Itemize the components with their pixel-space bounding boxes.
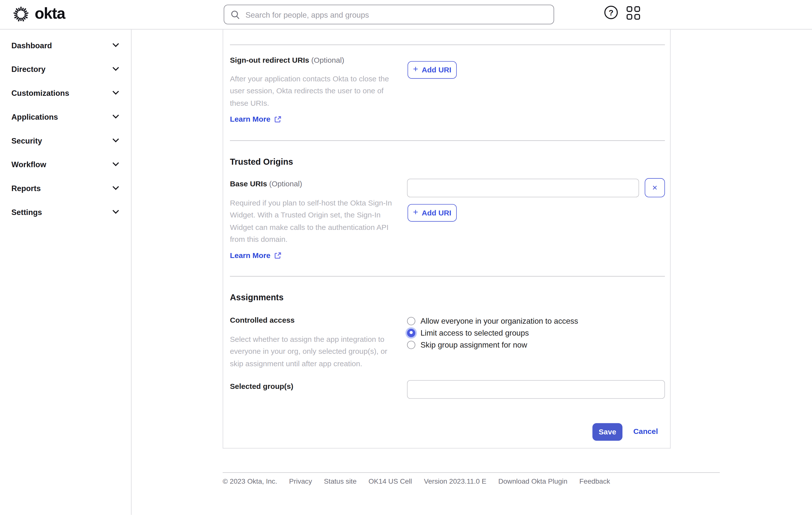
sidebar-item-label: Applications <box>11 112 58 121</box>
sidebar-item-dashboard[interactable]: Dashboard <box>0 33 131 57</box>
sidebar-item-directory[interactable]: Directory <box>0 57 131 81</box>
search-icon <box>230 10 240 20</box>
plus-icon: + <box>413 64 418 75</box>
radio-option-label: Allow everyone in your organization to a… <box>420 316 578 325</box>
sidebar-item-workflow[interactable]: Workflow <box>0 152 131 176</box>
footer-link-privacy[interactable]: Privacy <box>289 478 312 485</box>
signout-learn-more-link[interactable]: Learn More <box>230 115 282 123</box>
add-uri-text: Add URI <box>422 66 451 74</box>
optional-tag: (Optional) <box>311 56 344 64</box>
signout-add-uri-button[interactable]: + Add URI <box>407 61 457 79</box>
sidebar: Dashboard Directory Customizations Appli… <box>0 30 132 515</box>
okta-admin-page: okta ? Dashboard Directory Customization… <box>0 0 812 515</box>
footer-link-download-plugin[interactable]: Download Okta Plugin <box>498 478 568 485</box>
signout-redirect-uris-label: Sign-out redirect URIs (Optional) <box>230 56 344 64</box>
chevron-down-icon <box>112 210 119 214</box>
trusted-origins-add-uri-button[interactable]: + Add URI <box>407 204 457 222</box>
grid-cell <box>634 6 640 12</box>
sidebar-item-customizations[interactable]: Customizations <box>0 81 131 105</box>
selected-groups-label: Selected group(s) <box>230 382 293 390</box>
help-icon[interactable]: ? <box>604 6 618 19</box>
sidebar-item-label: Workflow <box>11 160 46 168</box>
trusted-origins-heading: Trusted Origins <box>230 157 293 167</box>
chevron-down-icon <box>112 186 119 190</box>
radio-option-allow-everyone[interactable]: Allow everyone in your organization to a… <box>407 315 578 327</box>
sidebar-item-label: Settings <box>11 207 42 216</box>
sidebar-item-settings[interactable]: Settings <box>0 200 131 224</box>
field-label-text: Sign-out redirect URIs <box>230 56 309 64</box>
grid-cell <box>627 6 632 12</box>
apps-grid-icon[interactable] <box>627 6 640 20</box>
grid-cell <box>627 14 632 20</box>
close-icon: × <box>652 183 658 192</box>
sidebar-item-security[interactable]: Security <box>0 128 131 152</box>
save-button[interactable]: Save <box>592 423 622 441</box>
chevron-down-icon <box>112 114 119 119</box>
radio-option-label: Limit access to selected groups <box>420 328 529 337</box>
chevron-down-icon <box>112 91 119 95</box>
global-search[interactable] <box>224 5 554 24</box>
radio-option-label: Skip group assignment for now <box>420 340 527 349</box>
chevron-down-icon <box>112 162 119 167</box>
chevron-down-icon <box>112 138 119 143</box>
okta-brand: okta <box>12 6 65 23</box>
controlled-access-label: Controlled access <box>230 316 294 324</box>
assignments-heading: Assignments <box>230 293 284 303</box>
sidebar-item-label: Dashboard <box>11 40 52 49</box>
trusted-origins-description: Required if you plan to self-host the Ok… <box>230 197 398 246</box>
sidebar-item-label: Customizations <box>11 88 69 97</box>
section-divider <box>230 45 665 45</box>
sidebar-item-label: Directory <box>11 64 46 73</box>
radio-button[interactable] <box>407 317 415 325</box>
base-uris-label: Base URIs (Optional) <box>230 180 302 188</box>
footer-link-feedback[interactable]: Feedback <box>579 478 610 485</box>
chevron-down-icon <box>112 67 119 71</box>
remove-uri-button[interactable]: × <box>645 178 665 197</box>
footer-copyright: © 2023 Okta, Inc. <box>223 478 277 485</box>
trusted-origins-learn-more-link[interactable]: Learn More <box>230 251 282 259</box>
optional-tag: (Optional) <box>269 180 302 188</box>
controlled-access-description: Select whether to assign the app integra… <box>230 334 398 370</box>
signout-description: After your application contacts Okta to … <box>230 73 398 110</box>
learn-more-text: Learn More <box>230 251 270 259</box>
section-divider <box>230 276 665 277</box>
plus-icon: + <box>413 207 418 218</box>
controlled-access-radio-group: Allow everyone in your organization to a… <box>407 315 578 351</box>
cancel-button[interactable]: Cancel <box>633 427 658 435</box>
app-settings-card: Sign-out redirect URIs (Optional) After … <box>223 30 671 449</box>
radio-button[interactable] <box>407 341 415 349</box>
footer-version: Version 2023.11.0 E <box>424 478 486 485</box>
external-link-icon <box>274 252 282 259</box>
selected-groups-input[interactable] <box>407 380 665 399</box>
footer-cell-info: OK14 US Cell <box>369 478 412 485</box>
footer-divider <box>223 472 720 473</box>
radio-button[interactable] <box>407 328 415 337</box>
chevron-down-icon <box>112 43 119 47</box>
footer: © 2023 Okta, Inc. Privacy Status site OK… <box>223 478 610 485</box>
okta-wordmark: okta <box>35 4 65 22</box>
sidebar-item-label: Reports <box>11 183 41 192</box>
external-link-icon <box>274 115 282 123</box>
radio-option-limit-access[interactable]: Limit access to selected groups <box>407 327 578 339</box>
okta-logo-icon <box>12 6 30 23</box>
radio-option-skip-assignment[interactable]: Skip group assignment for now <box>407 339 578 350</box>
top-header: okta ? <box>0 0 812 30</box>
base-uri-input[interactable] <box>407 179 639 197</box>
grid-cell <box>634 14 640 20</box>
add-uri-text: Add URI <box>422 209 451 217</box>
sidebar-item-reports[interactable]: Reports <box>0 176 131 200</box>
footer-link-status-site[interactable]: Status site <box>324 478 356 485</box>
sidebar-item-label: Security <box>11 136 42 145</box>
search-input[interactable] <box>240 10 553 19</box>
help-glyph: ? <box>609 8 613 17</box>
field-label-text: Base URIs <box>230 180 267 188</box>
section-divider <box>230 140 665 141</box>
learn-more-text: Learn More <box>230 115 270 123</box>
sidebar-item-applications[interactable]: Applications <box>0 105 131 128</box>
